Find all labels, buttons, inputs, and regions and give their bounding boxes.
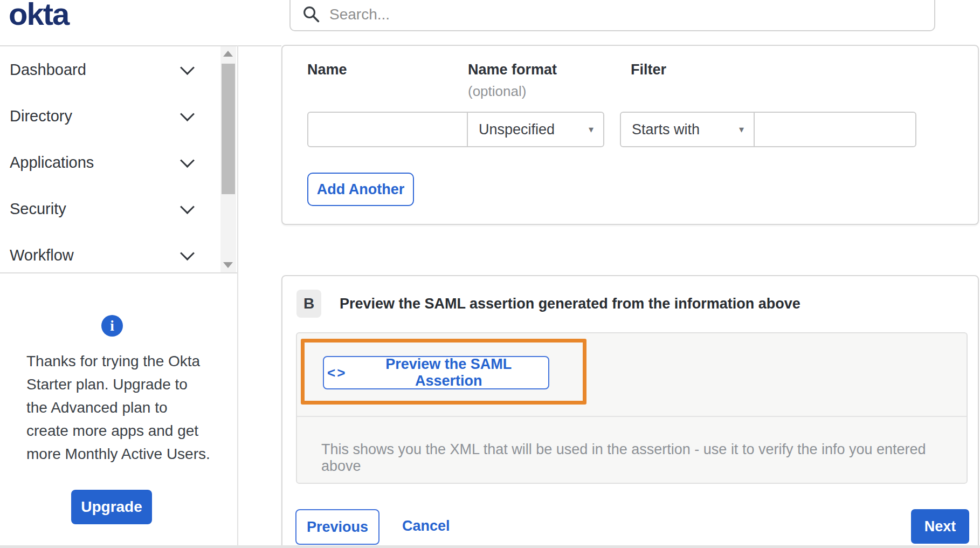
sidebar-item-security[interactable]: Security [0,186,237,232]
upgrade-message-line: create more apps and get [26,419,215,442]
filter-value-field [754,112,916,147]
sidebar-item-applications[interactable]: Applications [0,139,237,186]
filter-value-input[interactable] [755,113,915,146]
upgrade-message-line: Starter plan. Upgrade to [26,373,215,396]
sidebar-item-label: Workflow [10,246,74,264]
chevron-down-icon [180,153,195,168]
preview-description: This shows you the XML that will be used… [321,441,967,475]
upgrade-message-line: Thanks for trying the Okta [26,350,215,373]
search-bar[interactable] [289,0,935,31]
filter-type-selected-value: Starts with [632,121,700,138]
dropdown-arrow-icon: ▾ [739,124,744,135]
upgrade-message: Thanks for trying the OktaStarter plan. … [26,350,215,465]
preview-saml-assertion-button[interactable]: <> Preview the SAML Assertion [323,356,549,389]
okta-admin-screen: okta DashboardDirectoryApplicationsSecur… [0,0,980,548]
upgrade-button[interactable]: Upgrade [71,490,152,524]
cancel-link[interactable]: Cancel [402,518,450,535]
sidebar-item-label: Security [10,200,66,218]
chevron-down-icon [180,60,195,75]
sidebar-nav: DashboardDirectoryApplicationsSecurityWo… [0,46,237,272]
sidebar-item-label: Applications [10,154,94,172]
chevron-down-icon [180,200,195,214]
dropdown-arrow-icon: ▾ [589,124,593,135]
info-icon: i [101,315,123,337]
code-icon: <> [327,365,347,381]
panel-divider [297,416,967,417]
preview-button-label: Preview the SAML Assertion [352,356,545,389]
chevron-down-icon [180,107,195,121]
preview-section-heading: Preview the SAML assertion generated fro… [340,296,800,312]
sidebar-right-border [237,45,238,548]
scroll-up-arrow-icon[interactable] [223,51,233,57]
name-format-column-label: Name format [468,61,557,78]
search-bar-inner [291,0,934,30]
sidebar-item-label: Dashboard [10,61,86,79]
okta-logo: okta [9,0,68,32]
attribute-name-input[interactable] [308,113,467,146]
filter-column-label: Filter [631,61,666,78]
name-column-label: Name [307,61,347,78]
name-format-optional-note: (optional) [468,83,526,100]
upgrade-panel: i Thanks for trying the OktaStarter plan… [0,273,237,548]
search-input[interactable] [328,5,869,24]
sidebar-item-dashboard[interactable]: Dashboard [0,46,237,93]
sidebar-item-label: Directory [10,107,72,125]
sidebar-item-workflow[interactable]: Workflow [0,232,237,272]
attribute-statements-card: Name Name format (optional) Filter Unspe… [281,45,979,225]
preview-panel: <> Preview the SAML Assertion This shows… [296,332,968,484]
step-b-badge: B [296,290,321,318]
previous-button[interactable]: Previous [295,509,379,545]
chevron-down-icon [180,246,195,261]
window-bottom-strip [0,545,980,548]
attribute-name-field [307,112,468,147]
filter-type-select[interactable]: Starts with ▾ [620,112,755,147]
search-icon [302,5,321,24]
add-another-button[interactable]: Add Another [307,173,414,206]
next-button[interactable]: Next [911,509,969,544]
upgrade-message-line: the Advanced plan to [26,396,215,419]
name-format-selected-value: Unspecified [479,121,555,138]
sidebar-item-directory[interactable]: Directory [0,93,237,139]
scroll-down-arrow-icon[interactable] [223,262,233,268]
scrollbar-thumb[interactable] [222,64,235,194]
sidebar-scrollbar[interactable] [220,46,236,272]
upgrade-message-line: more Monthly Active Users. [26,442,215,465]
name-format-select[interactable]: Unspecified ▾ [467,112,604,147]
preview-assertion-card: B Preview the SAML assertion generated f… [281,275,979,548]
